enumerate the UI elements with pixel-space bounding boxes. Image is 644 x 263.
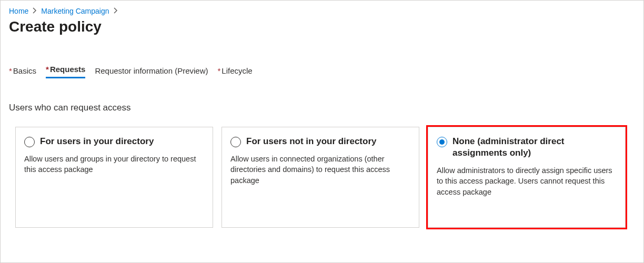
option-users-in-directory[interactable]: For users in your directory Allow users …: [15, 127, 213, 228]
tab-basics[interactable]: *Basics: [9, 66, 36, 78]
breadcrumb-home[interactable]: Home: [9, 7, 28, 15]
chevron-right-icon: [114, 7, 118, 15]
required-asterisk: *: [9, 66, 12, 75]
options-group: For users in your directory Allow users …: [15, 127, 635, 228]
tab-requests[interactable]: *Requests: [46, 65, 85, 78]
option-title: For users in your directory: [40, 136, 154, 147]
page-title: Create policy: [9, 18, 635, 35]
section-label: Users who can request access: [9, 103, 635, 113]
option-title: For users not in your directory: [246, 136, 377, 147]
tab-requestor-information[interactable]: Requestor information (Preview): [95, 66, 208, 78]
option-desc: Allow users in connected organizations (…: [230, 154, 410, 186]
option-desc: Allow administrators to directly assign …: [437, 165, 617, 197]
required-asterisk: *: [218, 66, 221, 75]
option-desc: Allow users and groups in your directory…: [24, 154, 204, 175]
required-asterisk: *: [46, 65, 49, 74]
radio-icon[interactable]: [437, 137, 447, 147]
option-none-admin-direct[interactable]: None (administrator direct assignments o…: [428, 127, 626, 228]
tabs: *Basics *Requests Requestor information …: [9, 65, 635, 78]
tab-lifecycle[interactable]: *Lifecycle: [218, 66, 253, 78]
option-header: For users not in your directory: [230, 136, 410, 147]
radio-icon[interactable]: [24, 137, 35, 147]
option-header: None (administrator direct assignments o…: [437, 136, 617, 159]
breadcrumb-marketing-campaign[interactable]: Marketing Campaign: [41, 7, 109, 15]
radio-icon[interactable]: [230, 137, 241, 147]
option-users-not-in-directory[interactable]: For users not in your directory Allow us…: [222, 127, 419, 228]
tab-label: Basics: [13, 66, 36, 75]
breadcrumb: Home Marketing Campaign: [9, 7, 635, 15]
chevron-right-icon: [33, 7, 37, 15]
option-title: None (administrator direct assignments o…: [452, 136, 617, 159]
tab-label: Lifecycle: [222, 66, 252, 75]
tab-label: Requestor information (Preview): [95, 66, 208, 75]
option-header: For users in your directory: [24, 136, 204, 147]
tab-label: Requests: [50, 65, 86, 74]
